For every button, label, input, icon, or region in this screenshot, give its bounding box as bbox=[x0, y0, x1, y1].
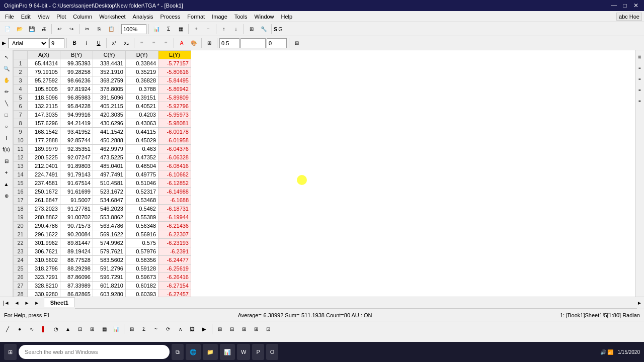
cell-a[interactable]: 261.6847 bbox=[28, 196, 60, 205]
cell-d[interactable]: 0.45029 bbox=[126, 136, 158, 145]
cell-c[interactable]: 583.5602 bbox=[93, 256, 126, 264]
cell-d[interactable]: 0.575 bbox=[126, 239, 158, 247]
table-row[interactable]: 9168.154293.41952441.15420.44115-6.00178 bbox=[14, 128, 191, 136]
cell-a[interactable]: 330.9280 bbox=[28, 290, 60, 297]
cell-b[interactable]: 89.81447 bbox=[60, 239, 93, 247]
cell-c[interactable]: 338.4431 bbox=[93, 59, 126, 68]
cell-b[interactable]: 92.07247 bbox=[60, 153, 93, 162]
cell-a[interactable]: 65.44314 bbox=[28, 59, 60, 68]
sort-asc-btn[interactable]: ↑ bbox=[218, 24, 229, 35]
taskbar-ppt[interactable]: P bbox=[252, 344, 264, 360]
table-row[interactable]: 23306.762189.19424579.76210.57976-6.2391 bbox=[14, 247, 191, 256]
bt-bar[interactable]: ▌ bbox=[38, 324, 49, 335]
bt-image2[interactable]: 🖼 bbox=[187, 324, 198, 335]
table-row[interactable]: 10177.288892.85744450.28880.45029-6.0195… bbox=[14, 136, 191, 145]
menu-file[interactable]: File bbox=[2, 13, 17, 21]
cell-a[interactable]: 105.8005 bbox=[28, 85, 60, 94]
table-row[interactable]: 7147.303594.99916420.30350.4203-5.95973 bbox=[14, 111, 191, 119]
cell-a[interactable]: 147.3035 bbox=[28, 111, 60, 119]
font-select[interactable]: Arial bbox=[8, 38, 48, 48]
cell-c[interactable]: 563.4786 bbox=[93, 222, 126, 230]
taskbar-chrome[interactable]: 🌐 bbox=[186, 344, 201, 360]
bt-extra5[interactable]: ⊡ bbox=[263, 324, 274, 335]
cell-c[interactable]: 591.2796 bbox=[93, 264, 126, 273]
col-header-b[interactable]: B(Y) bbox=[60, 51, 93, 59]
cell-b[interactable]: 95.84228 bbox=[60, 102, 93, 111]
cell-d[interactable]: 0.40521 bbox=[126, 102, 158, 111]
cell-e[interactable]: -6.08416 bbox=[158, 162, 191, 170]
cell-d[interactable]: 0.59673 bbox=[126, 273, 158, 282]
menu-worksheet[interactable]: Worksheet bbox=[96, 13, 128, 21]
bold-btn[interactable]: B bbox=[69, 38, 80, 49]
ellipse-tool[interactable]: ○ bbox=[1, 121, 12, 132]
col-header-a[interactable]: A(X) bbox=[28, 51, 60, 59]
cell-c[interactable]: 546.2023 bbox=[93, 205, 126, 213]
print-btn[interactable]: 🖨 bbox=[38, 24, 49, 35]
cell-b[interactable]: 92.35351 bbox=[60, 145, 93, 153]
taskbar-explorer[interactable]: 📁 bbox=[203, 344, 218, 360]
cell-a[interactable]: 118.5096 bbox=[28, 94, 60, 102]
cell-d[interactable]: 0.59128 bbox=[126, 264, 158, 273]
menu-column[interactable]: Column bbox=[70, 13, 95, 21]
cell-b[interactable]: 88.29298 bbox=[60, 264, 93, 273]
menu-analysis[interactable]: Analysis bbox=[130, 13, 156, 21]
cell-d[interactable]: 0.33844 bbox=[126, 59, 158, 68]
close-btn[interactable]: ✕ bbox=[632, 2, 640, 9]
pan-tool[interactable]: ✋ bbox=[1, 74, 12, 85]
cell-b[interactable]: 91.67514 bbox=[60, 179, 93, 188]
table-row[interactable]: 27328.821087.33989601.82100.60182-6.2715… bbox=[14, 282, 191, 290]
cell-a[interactable]: 290.4786 bbox=[28, 222, 60, 230]
cell-d[interactable]: 0.44115 bbox=[126, 128, 158, 136]
taskbar-excel[interactable]: 📊 bbox=[220, 344, 235, 360]
bt-extra1[interactable]: ⊞ bbox=[214, 324, 225, 335]
table-row[interactable]: 25318.279688.29298591.27960.59128-6.2561… bbox=[14, 264, 191, 273]
save-btn[interactable]: 💾 bbox=[26, 24, 37, 35]
superscript-btn[interactable]: x² bbox=[109, 38, 120, 49]
cell-a[interactable]: 189.9979 bbox=[28, 145, 60, 153]
cell-c[interactable]: 405.2115 bbox=[93, 102, 126, 111]
cell-e[interactable]: -6.04376 bbox=[158, 145, 191, 153]
cell-d[interactable]: 0.58356 bbox=[126, 256, 158, 264]
cell-c[interactable]: 462.9979 bbox=[93, 145, 126, 153]
cell-d[interactable]: 0.4203 bbox=[126, 111, 158, 119]
table-row[interactable]: 395.2759298.66236368.27590.36828-5.84495 bbox=[14, 76, 191, 85]
menu-edit[interactable]: Edit bbox=[18, 13, 34, 21]
cell-e[interactable]: -5.80616 bbox=[158, 68, 191, 76]
bt-curve[interactable]: ∿ bbox=[26, 324, 37, 335]
cell-b[interactable]: 88.77528 bbox=[60, 256, 93, 264]
table-row[interactable]: 5118.509696.85983391.50960.39151-5.89809 bbox=[14, 94, 191, 102]
cell-c[interactable]: 450.2888 bbox=[93, 136, 126, 145]
table-row[interactable]: 16250.167291.61699523.16720.52317-6.1498… bbox=[14, 188, 191, 196]
right-tool-3[interactable]: ≡ bbox=[634, 73, 645, 84]
cell-d[interactable]: 0.43063 bbox=[126, 119, 158, 128]
cell-a[interactable]: 177.2888 bbox=[28, 136, 60, 145]
cell-b[interactable]: 87.86096 bbox=[60, 273, 93, 282]
graph-btn[interactable]: 📊 bbox=[151, 24, 162, 35]
pick-tool[interactable]: + bbox=[1, 167, 12, 178]
cell-e[interactable]: -6.12852 bbox=[158, 179, 191, 188]
cell-e[interactable]: -6.22307 bbox=[158, 230, 191, 239]
cell-c[interactable]: 378.8005 bbox=[93, 85, 126, 94]
italic-btn[interactable]: I bbox=[81, 38, 92, 49]
cell-e[interactable]: -6.27154 bbox=[158, 282, 191, 290]
taskbar-word[interactable]: W bbox=[237, 344, 250, 360]
rect-tool[interactable]: □ bbox=[1, 109, 12, 120]
table-row[interactable]: 165.4431499.35393338.44310.33844-5.77157 bbox=[14, 59, 191, 68]
sheet-tab-1[interactable]: Sheet1 bbox=[44, 297, 75, 307]
arrow-tool[interactable]: ↖ bbox=[1, 51, 12, 62]
cell-e[interactable]: -6.01958 bbox=[158, 136, 191, 145]
font-color-btn[interactable]: A bbox=[176, 38, 187, 49]
cell-d[interactable]: 0.3788 bbox=[126, 85, 158, 94]
cell-c[interactable]: 603.9280 bbox=[93, 290, 126, 297]
right-tool-1[interactable]: ⊞ bbox=[634, 51, 645, 62]
cell-a[interactable]: 301.9962 bbox=[28, 239, 60, 247]
bt-peak[interactable]: ∧ bbox=[175, 324, 186, 335]
table-row[interactable]: 6132.211595.84228405.21150.40521-5.92796 bbox=[14, 102, 191, 111]
cell-a[interactable]: 95.27592 bbox=[28, 76, 60, 85]
more-tools-btn[interactable]: ⊞ bbox=[291, 38, 302, 49]
cell-d[interactable]: 0.55389 bbox=[126, 213, 158, 222]
cell-d[interactable]: 0.60182 bbox=[126, 282, 158, 290]
zoom-input[interactable] bbox=[121, 24, 146, 34]
cell-e[interactable]: -6.21436 bbox=[158, 222, 191, 230]
cell-b[interactable]: 99.28258 bbox=[60, 68, 93, 76]
